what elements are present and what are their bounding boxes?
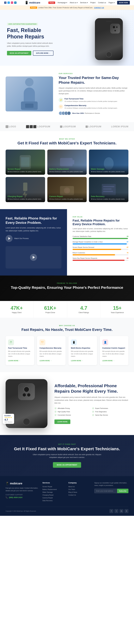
promo-title: Affordable, Professional Phone Repairs D… [54,383,129,394]
play-button[interactable] [5,235,12,242]
services-section: WHAT WE OFFER Get It Fixed Fast with Mob… [0,131,134,209]
video-thumbnail [5,246,61,268]
phone-promo-left: Excellent ★★★★★ 4.7 100+ Reviews [5,379,47,428]
footer-service-0[interactable]: Screen Repair [42,486,64,488]
cta-section: GET IT FIXED FAST Get It Fixed Fast with… [0,435,134,476]
why-card-0: ⏱ Fast Turnaround Time Elit suscipit ehi… [5,336,34,365]
service-card-screen[interactable]: Screen Repair Alt tenus tineincurs curab… [5,150,45,175]
phone-mockup [95,18,123,60]
footer-phone[interactable]: 📞 (888) 4000-2424 [5,496,38,498]
hero-desc: Ullam voluptatem porny maiorum facilisi … [7,42,54,48]
warranty-icon: 🛡 [59,104,63,109]
footer-grid: 📱 mobicare Fast get your phone repair. C… [5,482,129,502]
svg-rect-1 [60,126,62,128]
service-card-water[interactable]: Water Damage Alt tenus tineincurs curabi… [89,150,129,175]
warranty-title: Comprehensive Warranty [64,104,118,106]
service-card-charging[interactable]: Charging Repair Alt tenus tineincurs cur… [5,177,45,202]
learn-more-1[interactable]: LEARN MORE → [39,360,52,362]
camera-overlay: Camera Repair Alt tenus tineincurs curab… [47,192,87,202]
nav-about[interactable]: About us ▾ [70,2,78,4]
promo-tag: Promo! [30,6,37,9]
footer-facebook-icon[interactable]: f [110,509,113,513]
split-right: OUR VALUE Fast, Reliable Phone Repairs f… [67,209,134,276]
brand-5: LOREM IPSUM [111,126,129,128]
why-icon-0: ⏱ [8,340,14,345]
turnaround-title: Fast Turnaround Time [64,98,118,100]
promo-contact-link[interactable]: CONTACT US [94,7,104,8]
phone-camera-array [18,383,35,400]
counter-num-2: 4.7 [70,305,98,311]
battery-desc: Alt tenus tineincurs curabitur dis parbu… [49,171,85,173]
split-left-desc: Lorem ipsum dolor sit amet, consectetur … [5,226,61,232]
technician-label: Technicians in Service [85,112,100,114]
hero-title-line1: Fast, Reliable [7,27,41,33]
brand-1-icon [5,125,8,128]
data-name: Data Recovery [91,195,127,198]
nav-homepage[interactable]: Homepage ▾ [58,2,67,4]
footer-social-icons: f t in li [110,509,129,513]
footer-service-1[interactable]: Battery Replacement [42,488,64,490]
footer-linkedin-icon[interactable]: li [125,509,129,513]
svg-rect-6 [73,160,74,164]
services-label: WHAT WE OFFER [5,138,129,140]
camera-lens-main [24,387,29,392]
footer-company-3[interactable]: Contact Us [68,494,90,496]
footer-service-2[interactable]: Water Damage [42,491,64,493]
footer-service-4[interactable]: Camera Repair [42,497,64,498]
hero-section: 100% SATISFACTION GUARANTEED Fast, Relia… [0,10,134,66]
learn-more-0[interactable]: LEARN MORE → [8,360,20,362]
site-logo[interactable]: 📱 mobicare [25,1,40,4]
promo-learn-more-button[interactable]: LEARN MORE [54,420,70,424]
footer-company-2[interactable]: Blog & News [68,491,90,493]
footer-service-5[interactable]: Data Recovery [42,500,64,502]
book-now-button[interactable]: BOOK NOW [117,1,130,4]
stat-bar-fill-1 [73,243,127,244]
promo-feat-5: ✓ Same-Day Service [92,414,129,416]
footer-company-0[interactable]: About Us [68,486,90,488]
camera-desc: Alt tenus tineincurs curabitur dis parbu… [49,198,85,200]
svg-rect-15 [103,188,112,190]
learn-more-3[interactable]: LEARN MORE → [102,360,115,362]
nav-project[interactable]: Project [90,2,96,4]
book-appointment-button[interactable]: BOOK AN APPOINTMENT [7,51,31,55]
camera-lenses-row [22,393,31,397]
learn-more-2[interactable]: LEARN MORE → [71,360,83,362]
nav-contact[interactable]: Contact us [98,2,106,4]
nav-pages[interactable]: Pages ▾ [109,2,115,4]
about-img-inner [5,76,53,112]
newsletter-submit-button[interactable]: Subscribe [117,489,129,493]
split-left-title: Fast, Reliable Phone Repairs for Every D… [5,216,61,225]
overlay-label: PROMISE TO DELIVER [5,282,129,284]
cta-button[interactable]: BOOK AN APPOINTMENT [53,462,81,468]
why-card-title-1: Comprehensive Warranty [39,347,63,349]
instagram-icon[interactable]: in [11,2,13,4]
footer-company-1[interactable]: Our Team [68,488,90,490]
facebook-icon[interactable]: f [4,2,6,4]
avatar-4 [67,111,71,115]
footer-brand-col: 📱 mobicare Fast get your phone repair. C… [5,482,38,502]
hero-buttons: BOOK AN APPOINTMENT EXPLORE MORE → [7,50,54,56]
services-header: WHAT WE OFFER Get It Fixed Fast with Mob… [5,138,129,146]
water-overlay: Water Damage Alt tenus tineincurs curabi… [89,165,129,175]
newsletter-email-input[interactable] [94,489,117,493]
counters-row: 47K+ Happy Client 61K+ Project Done 4.7 … [0,301,134,318]
footer-twitter-icon[interactable]: t [115,509,118,513]
nav-services[interactable]: Services ▾ [80,2,88,4]
feature-warranty: 🛡 Comprehensive Warranty Ut condone fini… [59,104,129,109]
footer-instagram-icon[interactable]: in [120,509,123,513]
footer-service-3[interactable]: Charging Repair [42,494,64,496]
explore-more-button[interactable]: EXPLORE MORE → [33,50,53,56]
about-desc: Aliquam voluptatem porny maiorum facilis… [59,87,129,95]
newsletter-form: Subscribe [94,489,129,493]
service-card-battery[interactable]: Battery Replacement Alt tenus tineincurs… [47,150,87,175]
why-card-3: 👤 Customer-Centric Support Elit suscipit… [100,336,129,365]
linkedin-icon[interactable]: li [14,2,16,4]
stat-row-3: Return Customers 76 [73,252,129,256]
svg-rect-2 [86,126,88,128]
why-card-2: 📱 Multi-Device Expertise Elit suscipit e… [68,336,97,365]
charging-overlay: Charging Repair Alt tenus tineincurs cur… [5,192,45,202]
service-card-data[interactable]: Data Recovery Alt tenus tineincurs curab… [89,177,129,202]
split-right-title: Fast, Reliable Phone Repairs for Every D… [73,219,129,226]
service-card-camera[interactable]: Camera Repair Alt tenus tineincurs curab… [47,177,87,202]
twitter-icon[interactable]: t [7,2,10,4]
